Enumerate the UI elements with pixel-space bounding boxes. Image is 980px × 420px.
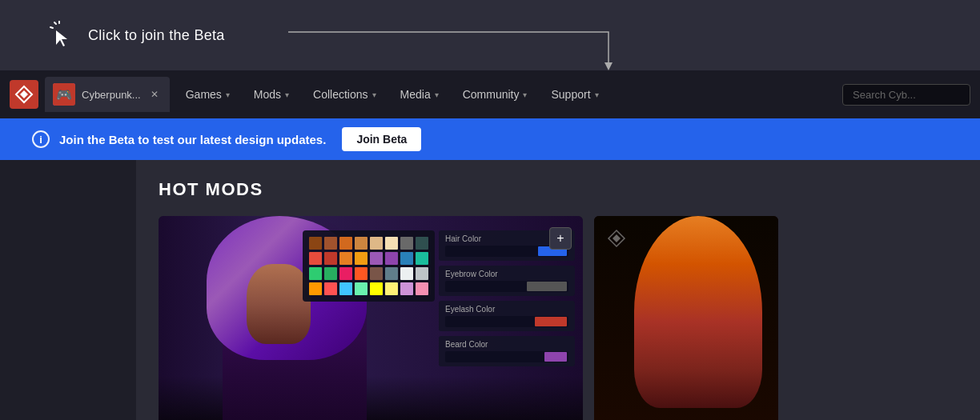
nav-community-label: Community (463, 88, 520, 101)
eyelash-color-panel: Eyelash Color (439, 301, 575, 331)
content-area: HOT MODS (136, 160, 980, 420)
panel-label-4: Beard Color (445, 340, 568, 349)
mod-card-1[interactable]: Hair Color Eyebrow Color E (159, 216, 583, 420)
card-bg-1: Hair Color Eyebrow Color E (159, 216, 583, 420)
nav-mods[interactable]: Mods ▾ (243, 79, 300, 110)
panel-label-3: Eyelash Color (445, 305, 568, 314)
nav-games[interactable]: Games ▾ (175, 79, 241, 110)
beta-banner-text: Join the Beta to test our latest design … (59, 133, 326, 146)
nav-collections-label: Collections (313, 88, 368, 101)
site-logo[interactable] (10, 80, 38, 109)
beard-color-panel: Beard Color (439, 336, 575, 366)
nav-collections[interactable]: Collections ▾ (302, 79, 387, 110)
click-to-join-label: Click to join the Beta (88, 27, 225, 44)
mod-card-3[interactable] (594, 216, 778, 420)
hot-mods-title: HOT MODS (159, 179, 958, 200)
navbar: 🎮 Cyberpunk... ✕ Games ▾ Mods ▾ Collecti… (0, 70, 980, 118)
color-swatches-panel (303, 230, 435, 302)
search-placeholder: Search Cyb... (853, 89, 916, 101)
svg-text:🎮: 🎮 (56, 87, 72, 102)
ui-panels: Hair Color Eyebrow Color E (439, 230, 575, 366)
cursor-icon (48, 21, 77, 50)
eyebrow-color-panel: Eyebrow Color (439, 266, 575, 296)
game-tab-name: Cyberpunk... (82, 89, 141, 101)
nav-games-label: Games (186, 88, 222, 101)
svg-marker-3 (604, 62, 612, 70)
game-tab[interactable]: 🎮 Cyberpunk... ✕ (45, 77, 170, 112)
chevron-down-icon: ▾ (523, 90, 527, 99)
orange-hair-figure (618, 216, 762, 420)
chevron-down-icon: ▾ (285, 90, 289, 99)
nav-mods-label: Mods (254, 88, 281, 101)
chevron-down-icon: ▾ (595, 90, 599, 99)
chevron-down-icon: ▾ (435, 90, 439, 99)
chevron-down-icon: ▾ (372, 90, 376, 99)
nav-community[interactable]: Community ▾ (452, 79, 539, 110)
beta-banner: i Join the Beta to test our latest desig… (0, 118, 980, 160)
top-bar: Click to join the Beta (0, 0, 980, 70)
join-beta-button[interactable]: Join Beta (342, 127, 421, 151)
mods-grid: Hair Color Eyebrow Color E (159, 216, 958, 420)
nav-support[interactable]: Support ▾ (540, 79, 609, 110)
close-tab-button[interactable]: ✕ (147, 87, 162, 102)
info-icon: i (32, 130, 50, 148)
game-thumb: 🎮 (53, 83, 75, 106)
nav-support-label: Support (551, 88, 590, 101)
svg-line-0 (54, 22, 56, 24)
nav-media-label: Media (400, 88, 431, 101)
main-content: HOT MODS (0, 160, 980, 420)
sidebar (0, 160, 136, 420)
card-bg-3 (594, 216, 778, 420)
chevron-down-icon: ▾ (226, 90, 230, 99)
nav-menu: Games ▾ Mods ▾ Collections ▾ Media ▾ Com… (175, 79, 842, 110)
panel-label-2: Eyebrow Color (445, 270, 568, 278)
search-box[interactable]: Search Cyb... (842, 84, 970, 106)
nav-media[interactable]: Media ▾ (389, 79, 450, 110)
add-button[interactable]: + (549, 227, 572, 250)
svg-line-2 (50, 27, 53, 28)
